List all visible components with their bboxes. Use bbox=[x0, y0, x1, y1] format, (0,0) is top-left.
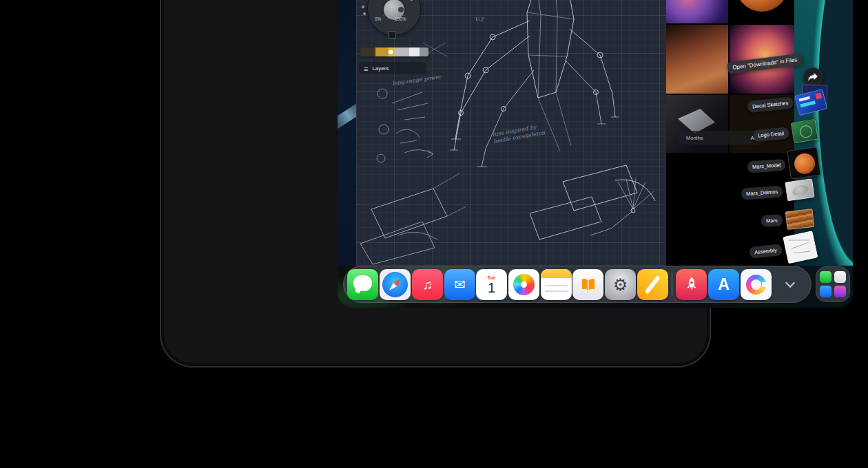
file-label: Mars bbox=[761, 214, 783, 227]
decal-card-front bbox=[794, 89, 827, 116]
photo-thumbnail-mars-globe[interactable] bbox=[730, 0, 794, 23]
ipad-device: chassis 1.0 CAD comms & satellite V-2 fu… bbox=[160, 0, 711, 368]
photos-segmented-control: Months All bbox=[677, 131, 765, 145]
pencil-icon bbox=[644, 275, 660, 294]
palette-swatch[interactable] bbox=[360, 47, 375, 56]
side-tool-icon[interactable] bbox=[363, 12, 366, 15]
photos-flower-icon bbox=[513, 274, 535, 295]
calendar-day: 1 bbox=[488, 280, 495, 295]
palette-swatch[interactable] bbox=[375, 47, 388, 56]
mini-app-green bbox=[820, 271, 831, 283]
dock-divider bbox=[672, 273, 672, 296]
concepts-app-window[interactable]: chassis 1.0 CAD comms & satellite V-2 fu… bbox=[356, 0, 666, 267]
file-label: Logo Detail bbox=[752, 127, 789, 141]
dock-app-messages[interactable] bbox=[347, 269, 378, 300]
dock-app-safari[interactable] bbox=[380, 269, 411, 300]
photo-thumbnail-mars-surface[interactable] bbox=[666, 25, 728, 94]
dock-app-calendar[interactable]: Tue 1 bbox=[476, 269, 507, 300]
dragged-file-mars[interactable]: Mars bbox=[761, 209, 814, 231]
dragged-file-mars-model[interactable]: Mars_Model bbox=[747, 147, 820, 181]
scene: chassis 1.0 CAD comms & satellite V-2 fu… bbox=[0, 0, 868, 468]
concepts-c-notch bbox=[762, 282, 768, 287]
wallpaper-left-strip bbox=[338, 0, 356, 308]
forward-arrow-icon bbox=[807, 72, 818, 82]
palette-swatch[interactable] bbox=[396, 47, 409, 56]
file-thumbnail bbox=[783, 231, 818, 264]
file-thumbnail bbox=[785, 209, 814, 230]
open-book-icon bbox=[579, 276, 597, 294]
palette-swatch[interactable] bbox=[420, 47, 428, 56]
dock-collapse-button[interactable] bbox=[783, 277, 798, 292]
calendar-weekday: Tue bbox=[488, 275, 496, 280]
canvas-annotation: V-2 bbox=[475, 17, 484, 23]
dock-app-photos[interactable] bbox=[508, 269, 539, 300]
dock-app-notes[interactable] bbox=[541, 269, 572, 300]
dock-app-mail[interactable] bbox=[444, 269, 475, 300]
opacity-max-label: 100% bbox=[395, 17, 406, 21]
layers-panel-header[interactable]: Layers bbox=[359, 62, 426, 74]
brush-tool-wheel[interactable]: 1.6 1.6 pts 0% 100% bbox=[363, 0, 428, 42]
file-label: Assembly bbox=[749, 244, 782, 259]
notes-line bbox=[545, 285, 568, 286]
layers-label: Layers bbox=[372, 65, 389, 72]
notes-header-strip bbox=[541, 269, 572, 278]
dock-recent-app-store[interactable] bbox=[708, 269, 739, 300]
mini-app-blue bbox=[820, 286, 831, 297]
mini-app-light bbox=[834, 271, 846, 283]
side-tool-icon[interactable] bbox=[362, 6, 364, 8]
file-label: Mars_Deimos bbox=[741, 185, 783, 200]
dock-app-books[interactable] bbox=[572, 269, 603, 300]
notes-line bbox=[545, 290, 568, 292]
layers-menu-icon bbox=[364, 62, 368, 74]
file-label: Decal Sketches bbox=[747, 96, 794, 113]
dock: Tue 1 bbox=[343, 266, 812, 303]
palette-swatch[interactable] bbox=[409, 47, 420, 56]
rocket-icon bbox=[682, 275, 701, 295]
dock-app-settings[interactable] bbox=[605, 269, 636, 300]
file-thumbnail bbox=[785, 178, 815, 201]
dock-app-music[interactable] bbox=[412, 269, 443, 300]
dock-recent-concepts[interactable] bbox=[741, 269, 772, 300]
app-library-button[interactable] bbox=[816, 266, 850, 302]
color-palette[interactable] bbox=[360, 47, 428, 56]
opacity-min-label: 0% bbox=[375, 17, 381, 21]
chat-bubble-tail bbox=[354, 288, 361, 293]
compass-needle bbox=[382, 272, 408, 297]
mini-app-purple bbox=[834, 286, 846, 297]
palette-selection-dot[interactable] bbox=[389, 50, 393, 54]
dock-app-pencil[interactable] bbox=[637, 269, 668, 300]
chevron-down-icon bbox=[785, 278, 795, 288]
photo-thumbnail-nebula[interactable] bbox=[666, 0, 728, 23]
ipad-screen: chassis 1.0 CAD comms & satellite V-2 fu… bbox=[338, 0, 853, 308]
color-swatch-small[interactable] bbox=[389, 31, 396, 39]
file-label: Mars_Model bbox=[747, 158, 786, 173]
dock-recent-rocket[interactable] bbox=[676, 269, 707, 300]
file-thumbnail bbox=[795, 83, 831, 118]
segment-months[interactable]: Months bbox=[686, 135, 703, 141]
file-thumbnail bbox=[791, 119, 818, 143]
file-thumbnail bbox=[787, 147, 820, 180]
